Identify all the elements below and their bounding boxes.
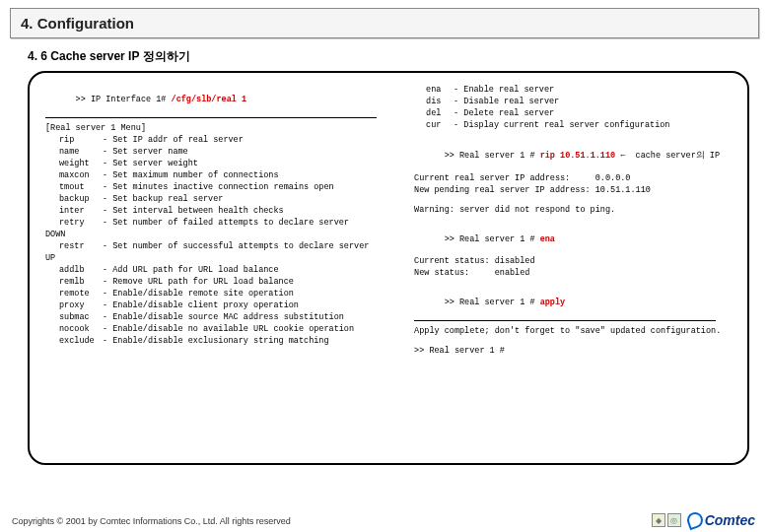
menu-desc: - Display current real server configurat…: [454, 120, 732, 130]
copyright-footer: Copyrights © 2001 by Comtec Informations…: [12, 516, 291, 526]
menu-list-row: tmout- Set minutes inactive connection r…: [45, 182, 394, 192]
menu-desc: - Disable real server: [454, 97, 732, 106]
menu-list: rip- Set IP addr of real servername- Set…: [45, 135, 394, 228]
menu-desc: - Set backup real server: [103, 194, 394, 204]
menu-desc: - Set IP addr of real server: [103, 135, 394, 145]
menu-desc: - Set maximum number of connections: [103, 170, 394, 180]
menu-key: nocook: [45, 324, 103, 334]
out-warning: Warning: server did not respond to ping.: [414, 205, 732, 215]
page-title: 4. Configuration: [21, 15, 134, 32]
menu-list-row: maxcon- Set maximum number of connection…: [45, 170, 394, 180]
menu-key: name: [45, 147, 103, 157]
menu-desc: - Set interval between health checks: [103, 206, 394, 216]
menu-key: backup: [45, 194, 103, 204]
cmd-apply: >> Real server 1 # apply: [414, 288, 732, 317]
up-label: UP: [45, 253, 394, 263]
menu-key: remote: [45, 289, 103, 299]
menu-up-row: proxy- Enable/disable client proxy opera…: [45, 300, 394, 310]
out-current-ip: Current real server IP address: 0.0.0.0: [414, 173, 732, 183]
menu-key: addlb: [45, 265, 103, 275]
down-label: DOWN: [45, 230, 394, 239]
rmenu-row: cur- Display current real server configu…: [414, 120, 732, 130]
menu-desc: - Remove URL path for URL load balance: [103, 277, 394, 287]
cert-icon-2: ◎: [667, 513, 681, 527]
logo-area: ◆ ◎ Comtec: [652, 512, 755, 528]
menu-header: [Real server 1 Menu]: [45, 123, 394, 133]
page-title-bar: 4. Configuration: [10, 8, 759, 38]
menu-list-row: backup- Set backup real server: [45, 194, 394, 204]
menu-key: ena: [414, 85, 454, 95]
prompt-prefix: >> IP Interface 1#: [76, 95, 172, 104]
menu-key: inter: [45, 206, 103, 216]
menu-desc: - Enable real server: [454, 85, 732, 95]
menu-key: remlb: [45, 277, 103, 287]
brand-text: Comtec: [705, 512, 755, 528]
menu-list-row: inter- Set interval between health check…: [45, 206, 394, 216]
menu-list-row: name- Set server name: [45, 147, 394, 157]
menu-key: cur: [414, 120, 454, 130]
menu-desc: - Enable/disable exclusionary string mat…: [103, 336, 394, 346]
prompt-cmd: /cfg/slb/real 1: [172, 95, 247, 104]
menu-desc: - Enable/disable client proxy operation: [103, 300, 394, 310]
menu-desc: - Add URL path for URL load balance: [103, 265, 394, 275]
prompt-line: >> IP Interface 1# /cfg/slb/real 1: [45, 85, 394, 114]
cmd-ena: >> Real server 1 # ena: [414, 225, 732, 254]
menu-desc: - Enable/disable source MAC address subs…: [103, 312, 394, 322]
section-subtitle: 4. 6 Cache server IP 정의하기: [28, 48, 769, 65]
right-column: ena- Enable real serverdis- Disable real…: [404, 85, 732, 451]
menu-up-row: submac- Enable/disable source MAC addres…: [45, 312, 394, 322]
menu-key: dis: [414, 97, 454, 106]
menu-desc: - Set number of failed attempts to decla…: [103, 218, 394, 228]
divider-right: [414, 320, 716, 321]
menu-desc: - Set minutes inactive connection remain…: [103, 182, 394, 192]
menu-key: del: [414, 108, 454, 118]
menu-up-row: addlb- Add URL path for URL load balance: [45, 265, 394, 275]
menu-desc: - Delete real server: [454, 108, 732, 118]
menu-up-list: addlb- Add URL path for URL load balance…: [45, 265, 394, 346]
menu-up-row: remlb- Remove URL path for URL load bala…: [45, 277, 394, 287]
cert-icon-1: ◆: [652, 513, 665, 527]
menu-key: maxcon: [45, 170, 103, 180]
menu-desc: - Set server weight: [103, 159, 394, 168]
out-pending-ip: New pending real server IP address: 10.5…: [414, 185, 732, 195]
menu-list-row: weight- Set server weight: [45, 159, 394, 168]
menu-key: tmout: [45, 182, 103, 192]
menu-key: weight: [45, 159, 103, 168]
out-apply-msg: Apply complete; don't forget to "save" u…: [414, 326, 732, 336]
menu-desc: - Enable/disable no available URL cookie…: [103, 324, 394, 334]
menu-desc: - Set number of successful attempts to d…: [103, 241, 394, 251]
menu-key: restr: [45, 241, 103, 251]
menu-key: retry: [45, 218, 103, 228]
menu-desc: - Set server name: [103, 147, 394, 157]
divider: [45, 117, 377, 118]
rmenu-row: del- Delete real server: [414, 108, 732, 118]
terminal-box: >> IP Interface 1# /cfg/slb/real 1 [Real…: [28, 71, 749, 465]
rmenu-row: dis- Disable real server: [414, 97, 732, 106]
cmd-rip: >> Real server 1 # rip 10.51.1.110 ← cac…: [414, 140, 732, 171]
out-status-new: New status: enabled: [414, 268, 732, 278]
out-status-current: Current status: disabled: [414, 256, 732, 266]
swirl-icon: [684, 510, 705, 531]
menu-key: submac: [45, 312, 103, 322]
menu-down-list: restr- Set number of successful attempts…: [45, 241, 394, 251]
menu-up-row: exclude- Enable/disable exclusionary str…: [45, 336, 394, 346]
menu-down-row: restr- Set number of successful attempts…: [45, 241, 394, 251]
cert-icons: ◆ ◎: [652, 513, 681, 527]
menu-key: exclude: [45, 336, 103, 346]
menu-up-row: nocook- Enable/disable no available URL …: [45, 324, 394, 334]
rmenu-row: ena- Enable real server: [414, 85, 732, 95]
left-column: >> IP Interface 1# /cfg/slb/real 1 [Real…: [45, 85, 404, 451]
menu-key: rip: [45, 135, 103, 145]
menu-key: proxy: [45, 300, 103, 310]
prompt-final: >> Real server 1 #: [414, 346, 732, 356]
right-menu-list: ena- Enable real serverdis- Disable real…: [414, 85, 732, 130]
menu-list-row: rip- Set IP addr of real server: [45, 135, 394, 145]
brand-logo: Comtec: [687, 512, 755, 528]
menu-up-row: remote- Enable/disable remote site opera…: [45, 289, 394, 299]
menu-desc: - Enable/disable remote site operation: [103, 289, 394, 299]
menu-list-row: retry- Set number of failed attempts to …: [45, 218, 394, 228]
